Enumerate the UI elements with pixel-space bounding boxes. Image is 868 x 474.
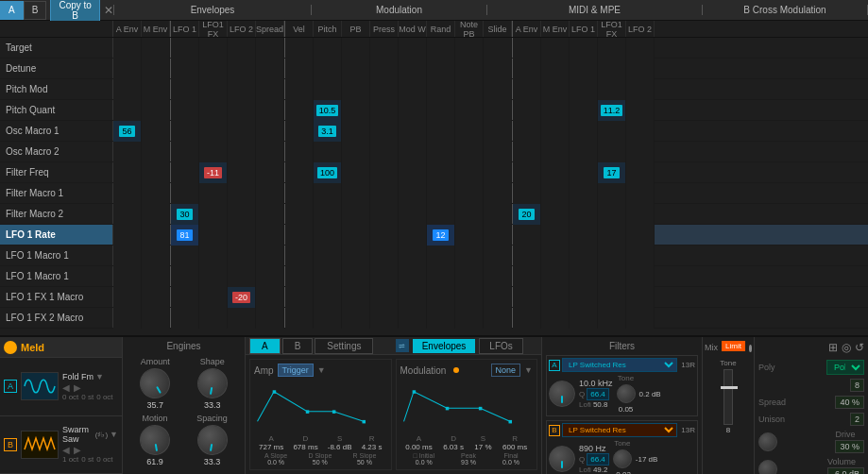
filter-b-params: 890 Hz Q 66.4 Lofi 49.2 bbox=[579, 444, 609, 474]
shape-knob[interactable] bbox=[195, 365, 230, 400]
cell-value: 17 bbox=[604, 167, 619, 178]
filter-a: A LP Switched Res 13R 10.0 kHz Q 66.4 bbox=[546, 355, 698, 416]
unison-row: Unison 2 bbox=[758, 413, 864, 426]
tab-b[interactable]: B bbox=[24, 1, 47, 20]
drive-knob[interactable] bbox=[758, 432, 777, 451]
icon-3[interactable]: ↺ bbox=[855, 341, 864, 354]
sub-tabs: ⇌ Envelopes LFOs bbox=[377, 338, 541, 354]
table-row[interactable]: Pitch Mod bbox=[0, 79, 868, 100]
tone-value: 8 bbox=[726, 426, 730, 434]
filter-a-select[interactable]: LP Switched Res bbox=[562, 358, 677, 372]
tab-a-button[interactable]: A bbox=[249, 338, 281, 354]
slot-a-dropdown[interactable]: ▼ bbox=[95, 372, 104, 381]
filter-b-q-row: Q 66.4 bbox=[579, 453, 609, 466]
slot-b[interactable]: B Swarm Saw (♯♭) ▼ ◀ ▶ 1 oct 0 st bbox=[0, 416, 122, 475]
spacing-label: Spacing bbox=[196, 414, 228, 423]
column-headers: A Env M Env LFO 1 LFO1 FX LFO 2 Spread V… bbox=[0, 21, 868, 38]
power-button[interactable] bbox=[4, 341, 17, 354]
col-pb: PB bbox=[342, 21, 370, 37]
filter-b-header: B LP Switched Res 13R bbox=[549, 423, 695, 437]
icon-2[interactable]: ◎ bbox=[842, 341, 851, 354]
mod-adsr-labels: A 0.00 ms D 6.03 s S 17 % R 600 ms bbox=[400, 434, 534, 451]
none-button[interactable]: None bbox=[491, 364, 521, 377]
mix-header: Mix Limit bbox=[705, 341, 752, 355]
slot-a-label: A bbox=[4, 380, 17, 393]
slot-a[interactable]: A Fold Fm ▼ ◀ ▶ 0 oct 0 st 0 oct bbox=[0, 358, 122, 416]
cell-value: 81 bbox=[177, 229, 192, 241]
mix-panel: Mix Limit Tone 8 bbox=[703, 337, 755, 474]
volume-value: -6.0 dB bbox=[827, 467, 864, 474]
slot-a-next[interactable]: ▶ bbox=[74, 382, 81, 393]
col-lfo1: LFO 1 bbox=[171, 21, 199, 37]
filter-a-db: 0.2 dB bbox=[639, 390, 661, 398]
filter-b-slot-label: B bbox=[549, 425, 560, 436]
filters-title: Filters bbox=[546, 341, 698, 351]
filter-a-knob[interactable] bbox=[549, 381, 575, 407]
amp-a-slope: 0.0 % bbox=[264, 459, 287, 466]
table-row[interactable]: Osc Macro 2 bbox=[0, 142, 868, 162]
slot-b-next[interactable]: ▶ bbox=[74, 445, 81, 455]
shape-knob-group: Shape 33.3 bbox=[197, 357, 228, 410]
spacing-knob[interactable] bbox=[195, 422, 230, 457]
trigger-dropdown-arrow[interactable]: ▼ bbox=[317, 365, 326, 375]
right-icons: ⊞ ◎ ↺ bbox=[758, 341, 864, 354]
slot-b-prev[interactable]: ◀ bbox=[62, 445, 70, 455]
trigger-button[interactable]: Trigger bbox=[278, 364, 314, 377]
close-icon[interactable]: ✕ bbox=[104, 4, 113, 17]
icon-1[interactable]: ⊞ bbox=[828, 341, 838, 354]
volume-row: Volume -6.0 dB bbox=[758, 457, 864, 474]
slot-a-waveform bbox=[21, 372, 59, 400]
envelopes-subtab[interactable]: Envelopes bbox=[413, 339, 476, 353]
envelope-routing-icon[interactable]: ⇌ bbox=[396, 339, 409, 352]
table-row[interactable]: Filter Freq -11 100 17 bbox=[0, 162, 868, 183]
volume-knob[interactable] bbox=[758, 460, 777, 475]
slot-b-dropdown[interactable]: ▼ bbox=[110, 430, 118, 439]
col-bcross-aenv: A Env bbox=[513, 21, 541, 37]
mod-dropdown-arrow[interactable]: ▼ bbox=[524, 365, 533, 375]
filter-b-q: 66.4 bbox=[587, 453, 609, 466]
table-row[interactable]: LFO 1 Macro 1 bbox=[0, 266, 868, 287]
filter-b-knob[interactable] bbox=[549, 446, 575, 472]
filter-a-params: 10.0 kHz Q 66.4 Lofi 50.8 bbox=[579, 379, 613, 409]
col-bcross-lfo1fx: LFO1 FX bbox=[598, 21, 626, 37]
motion-knob-group: Motion 61.9 bbox=[140, 414, 170, 466]
tab-settings-button[interactable]: Settings bbox=[315, 338, 373, 354]
slot-a-controls: ◀ ▶ bbox=[62, 382, 118, 393]
svg-rect-5 bbox=[445, 407, 449, 411]
svg-rect-7 bbox=[508, 420, 512, 424]
motion-knob[interactable] bbox=[138, 422, 173, 457]
slot-b-controls: ◀ ▶ bbox=[62, 445, 118, 455]
table-row[interactable]: Detune bbox=[0, 59, 868, 79]
table-row[interactable]: Pitch Quant 10.5 11.2 bbox=[0, 100, 868, 121]
table-row[interactable]: LFO 1 FX 2 Macro bbox=[0, 308, 868, 329]
table-row[interactable]: Filter Macro 2 30 20 bbox=[0, 204, 868, 225]
tab-a[interactable]: A bbox=[0, 1, 24, 20]
table-row[interactable]: Filter Macro 1 bbox=[0, 183, 868, 204]
table-row[interactable]: Osc Macro 1 56 3.1 bbox=[0, 121, 868, 142]
filter-b-select[interactable]: LP Switched Res bbox=[562, 423, 677, 437]
filter-a-tone-knob[interactable] bbox=[617, 384, 636, 403]
filter-a-q-row: Q 66.4 bbox=[579, 388, 613, 400]
table-row[interactable]: LFO 1 FX 1 Macro -20 bbox=[0, 287, 868, 308]
mod-dot bbox=[453, 367, 459, 373]
amp-sustain: -8.6 dB bbox=[328, 443, 352, 451]
limit-button[interactable]: Limit bbox=[722, 341, 745, 351]
spread-value: 40 % bbox=[835, 396, 864, 409]
mod-params: □ Initial 0.0 % Peak 93 % Final 0.0 % bbox=[400, 452, 534, 466]
meld-header: Meld bbox=[0, 337, 122, 358]
table-row[interactable]: LFO 1 Macro 1 bbox=[0, 245, 868, 266]
amount-knob[interactable] bbox=[134, 363, 176, 404]
amp-adsr-labels: A 727 ms D 678 ms S -8.6 dB R 4.23 s bbox=[254, 434, 387, 451]
table-row[interactable]: LFO 1 Rate 81 12 bbox=[0, 225, 868, 245]
slot-a-prev[interactable]: ◀ bbox=[62, 382, 70, 393]
svg-rect-1 bbox=[306, 410, 310, 414]
svg-rect-2 bbox=[332, 410, 336, 414]
tab-b-button[interactable]: B bbox=[282, 338, 314, 354]
copy-to-b-button[interactable]: Copy to B bbox=[50, 0, 100, 24]
filter-a-q: 66.4 bbox=[587, 388, 609, 400]
filter-b-tone-knob[interactable] bbox=[613, 449, 632, 468]
lfos-subtab[interactable]: LFOs bbox=[479, 338, 522, 354]
table-row[interactable]: Target bbox=[0, 38, 868, 59]
tone-fader[interactable] bbox=[723, 369, 733, 425]
poly-select[interactable]: Poly bbox=[826, 360, 864, 375]
